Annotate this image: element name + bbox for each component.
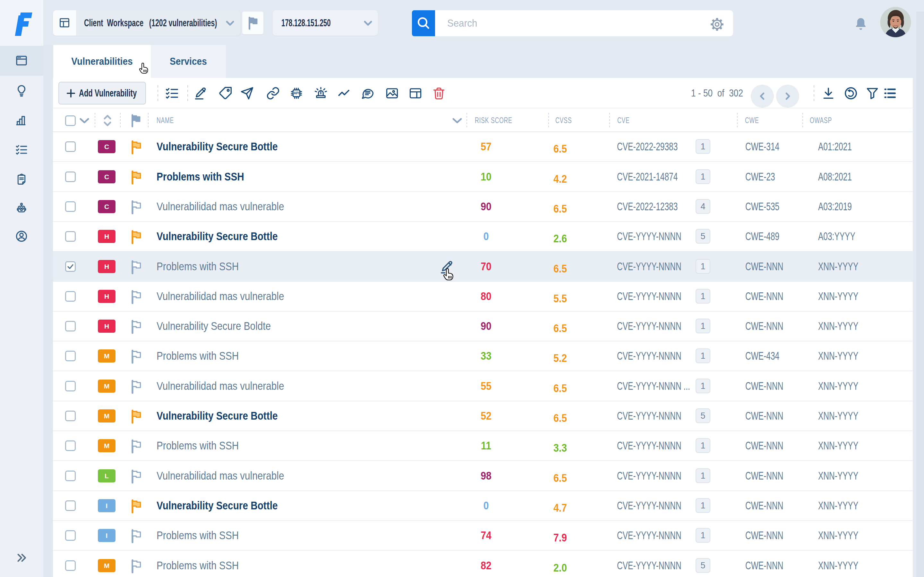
svg-text:API: API: [294, 91, 299, 95]
